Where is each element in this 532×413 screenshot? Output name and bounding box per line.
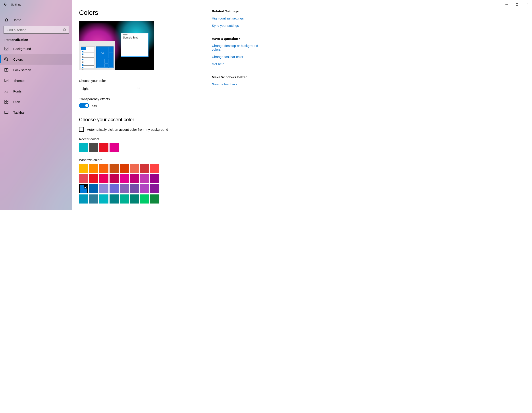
svg-point-10 xyxy=(6,60,7,60)
windows-color-swatch[interactable] xyxy=(79,194,88,204)
brush-icon xyxy=(4,78,9,83)
windows-color-swatch[interactable] xyxy=(99,174,108,183)
right-link[interactable]: Sync your settings xyxy=(212,24,265,28)
transparency-label: Transparency effects xyxy=(79,97,203,101)
nav-item-start[interactable]: Start xyxy=(0,96,72,107)
nav-item-fonts[interactable]: AAFonts xyxy=(0,86,72,96)
windows-color-swatch[interactable] xyxy=(150,194,159,204)
svg-rect-6 xyxy=(5,47,8,50)
svg-point-7 xyxy=(5,48,6,48)
nav-home[interactable]: Home xyxy=(0,16,72,24)
preview-tile-aa: Aa xyxy=(97,47,108,58)
recent-colors-label: Recent colors xyxy=(79,137,203,141)
right-link[interactable]: High contrast settings xyxy=(212,16,265,20)
search-input[interactable] xyxy=(6,28,63,32)
lock-icon xyxy=(4,68,9,72)
auto-pick-checkbox[interactable] xyxy=(79,127,84,132)
svg-text:A: A xyxy=(6,91,8,93)
nav-item-taskbar[interactable]: Taskbar xyxy=(0,107,72,118)
windows-color-swatch[interactable] xyxy=(150,184,159,193)
choose-color-value: Light xyxy=(81,87,89,91)
windows-color-swatch[interactable] xyxy=(140,184,149,193)
windows-color-swatch[interactable] xyxy=(130,174,139,183)
windows-color-swatch[interactable] xyxy=(140,194,149,204)
check-icon xyxy=(84,185,87,189)
windows-color-swatch[interactable] xyxy=(130,164,139,173)
windows-color-swatch[interactable] xyxy=(120,184,129,193)
svg-rect-12 xyxy=(6,70,7,71)
windows-color-swatch[interactable] xyxy=(120,164,129,173)
right-link[interactable]: Change taskbar color xyxy=(212,55,265,59)
right-link[interactable]: Change desktop or background colors xyxy=(212,44,265,51)
recent-color-swatch[interactable] xyxy=(99,143,108,152)
windows-color-swatch[interactable] xyxy=(89,174,98,183)
windows-color-swatch[interactable] xyxy=(140,174,149,183)
windows-color-swatch[interactable] xyxy=(140,164,149,173)
windows-color-swatch[interactable] xyxy=(120,174,129,183)
nav-item-label: Lock screen xyxy=(13,68,31,72)
recent-color-swatch[interactable] xyxy=(89,143,98,152)
picture-icon xyxy=(4,47,9,51)
search-icon xyxy=(63,28,66,32)
home-icon xyxy=(4,18,9,22)
back-button[interactable] xyxy=(3,2,7,7)
nav-item-background[interactable]: Background xyxy=(0,43,72,54)
windows-color-swatch[interactable] xyxy=(110,184,119,193)
windows-color-swatch[interactable] xyxy=(150,164,159,173)
svg-line-5 xyxy=(65,30,66,31)
nav-item-label: Start xyxy=(13,100,20,104)
recent-colors-grid xyxy=(79,143,141,152)
page-title: Colors xyxy=(79,9,203,16)
windows-color-swatch[interactable] xyxy=(89,164,98,173)
svg-point-4 xyxy=(63,28,66,31)
right-heading: Have a question? xyxy=(212,37,265,41)
svg-rect-16 xyxy=(5,100,6,102)
windows-color-swatch[interactable] xyxy=(79,184,88,193)
app-title: Settings xyxy=(11,3,21,6)
transparency-toggle[interactable] xyxy=(79,103,89,108)
right-heading: Make Windows better xyxy=(212,75,265,79)
content-area: Colors Aa xyxy=(72,0,271,210)
nav-item-label: Themes xyxy=(13,79,25,83)
windows-color-swatch[interactable] xyxy=(130,184,139,193)
windows-colors-grid xyxy=(79,164,163,204)
windows-color-swatch[interactable] xyxy=(150,174,159,183)
recent-color-swatch[interactable] xyxy=(110,143,119,152)
windows-color-swatch[interactable] xyxy=(99,164,108,173)
auto-pick-label: Automatically pick an accent color from … xyxy=(87,128,168,131)
windows-color-swatch[interactable] xyxy=(110,174,119,183)
palette-icon xyxy=(4,57,9,61)
recent-color-swatch[interactable] xyxy=(79,143,88,152)
chevron-down-icon xyxy=(137,87,140,91)
svg-rect-11 xyxy=(5,68,8,71)
sidebar: Settings Home Personalization Background… xyxy=(0,0,72,210)
svg-rect-18 xyxy=(5,102,6,103)
windows-color-swatch[interactable] xyxy=(110,164,119,173)
start-icon xyxy=(4,100,9,104)
search-input-container[interactable] xyxy=(4,26,69,34)
windows-color-swatch[interactable] xyxy=(79,174,88,183)
svg-rect-17 xyxy=(7,100,8,102)
nav-item-themes[interactable]: Themes xyxy=(0,75,72,86)
windows-color-swatch[interactable] xyxy=(120,194,129,204)
windows-color-swatch[interactable] xyxy=(110,194,119,204)
windows-color-swatch[interactable] xyxy=(99,194,108,204)
nav-home-label: Home xyxy=(12,18,21,22)
windows-color-swatch[interactable] xyxy=(130,194,139,204)
nav-item-label: Colors xyxy=(13,57,23,61)
windows-color-swatch[interactable] xyxy=(99,184,108,193)
choose-color-dropdown[interactable]: Light xyxy=(79,85,142,92)
nav-item-lock-screen[interactable]: Lock screen xyxy=(0,65,72,75)
windows-color-swatch[interactable] xyxy=(89,194,98,204)
nav-item-label: Background xyxy=(13,47,31,51)
windows-color-swatch[interactable] xyxy=(79,164,88,173)
right-link[interactable]: Get help xyxy=(212,62,265,66)
right-link[interactable]: Give us feedback xyxy=(212,82,265,86)
taskbar-icon xyxy=(4,110,9,114)
windows-color-swatch[interactable] xyxy=(89,184,98,193)
choose-color-label: Choose your color xyxy=(79,79,203,83)
nav-item-label: Fonts xyxy=(13,89,22,93)
accent-heading: Choose your accent color xyxy=(79,117,203,122)
category-label: Personalization xyxy=(0,34,72,43)
nav-item-colors[interactable]: Colors xyxy=(0,54,72,65)
